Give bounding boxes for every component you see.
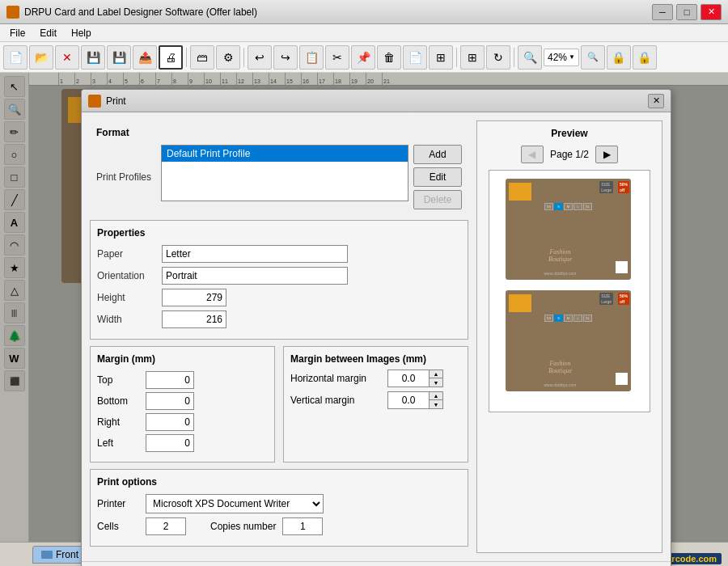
print-profiles-label: Print Profiles	[96, 171, 161, 183]
properties-label: Properties	[97, 227, 461, 239]
dialog-title: Print	[106, 95, 126, 107]
grid-button[interactable]: ⊞	[429, 45, 453, 70]
right-margin-row: Right	[97, 413, 268, 431]
bottom-margin-row: Bottom	[97, 392, 268, 410]
horizontal-margin-down[interactable]: ▼	[430, 378, 442, 386]
zoom-out-button[interactable]: 🔍	[518, 45, 542, 70]
export-button[interactable]: 📤	[133, 45, 157, 70]
copy-format-button[interactable]: 📋	[299, 45, 324, 70]
prev-page-button[interactable]: ◀	[521, 146, 544, 163]
dialog-close-button[interactable]: ✕	[648, 94, 664, 108]
horizontal-margin-row: Horizontal margin ▲ ▼	[290, 370, 461, 387]
copy-button[interactable]: 📄	[403, 45, 427, 70]
close-button[interactable]: ✕	[700, 4, 722, 20]
horizontal-margin-spinbox: ▲ ▼	[387, 370, 443, 387]
minimize-button[interactable]: ─	[652, 4, 673, 20]
bottom-margin-input[interactable]	[146, 392, 194, 410]
new-button[interactable]: 📄	[3, 45, 28, 70]
right-label: Right	[97, 416, 146, 428]
orientation-input[interactable]	[162, 267, 348, 285]
left-margin-row: Left	[97, 434, 268, 452]
top-margin-input[interactable]	[146, 371, 194, 389]
right-margin-input[interactable]	[146, 413, 194, 431]
printer-row: Printer Microsoft XPS Document Writer	[97, 494, 461, 513]
vertical-margin-input[interactable]	[388, 392, 429, 408]
width-input[interactable]	[162, 310, 226, 328]
print-options-section: Print options Printer Microsoft XPS Docu…	[90, 469, 468, 547]
close-file-button[interactable]: ✕	[55, 45, 79, 70]
paste-button[interactable]: 📌	[351, 45, 375, 70]
edit-profile-button[interactable]: Edit	[413, 167, 462, 187]
front-tab[interactable]: Front	[32, 546, 87, 564]
website-top: www.xbotbyz.com	[506, 271, 615, 276]
cells-label: Cells	[97, 521, 146, 532]
menu-file[interactable]: File	[3, 26, 32, 40]
preview-title: Preview	[484, 128, 655, 139]
vertical-margin-down[interactable]: ▼	[430, 400, 442, 408]
delete-profile-button[interactable]: Delete	[413, 190, 462, 209]
align-button[interactable]: ⊞	[460, 45, 485, 70]
add-profile-button[interactable]: Add	[413, 145, 462, 164]
preview-label-top: SIZELarge 50%off XS S M L XL FashionBout…	[506, 179, 631, 280]
redo-button[interactable]: ↪	[273, 45, 298, 70]
vertical-margin-label: Vertical margin	[290, 395, 387, 406]
paper-label: Paper	[97, 248, 162, 260]
maximize-button[interactable]: □	[676, 4, 697, 20]
orientation-label: Orientation	[97, 270, 162, 281]
dialog-footer: Print Preview Print Border Print Cancel	[82, 561, 671, 566]
printer-select[interactable]: Microsoft XPS Document Writer	[146, 494, 324, 513]
settings-button[interactable]: ⚙	[216, 45, 240, 70]
default-profile-item[interactable]: Default Print Profile	[162, 146, 408, 162]
save-button[interactable]: 💾	[81, 45, 105, 70]
copies-input[interactable]	[282, 517, 323, 535]
horizontal-margin-input[interactable]	[388, 370, 429, 386]
preview-section: Preview ◀ Page 1/2 ▶ SIZELarge 50%off	[476, 120, 662, 553]
margin-left-col: Margin (mm) Top Bottom Right	[90, 346, 275, 463]
profiles-list[interactable]: Default Print Profile	[161, 145, 408, 201]
toolbar: 📄 📂 ✕ 💾 💾 📤 🖨 🗃 ⚙ ↩ ↪ 📋 ✂ 📌 🗑 📄 ⊞ ⊞ ↻ 🔍 …	[0, 42, 728, 73]
margin-label: Margin (mm)	[97, 353, 268, 365]
menubar: File Edit Help	[0, 24, 728, 42]
rotate-button[interactable]: ↻	[486, 45, 510, 70]
db-button[interactable]: 🗃	[190, 45, 214, 70]
print-button[interactable]: 🖨	[159, 45, 183, 70]
undo-button[interactable]: ↩	[248, 45, 272, 70]
left-margin-input[interactable]	[146, 434, 194, 452]
save-as-button[interactable]: 💾	[107, 45, 131, 70]
qr-top	[616, 261, 628, 273]
profile-buttons: Add Edit Delete	[413, 145, 462, 209]
window-title: DRPU Card and Label Designer Software (O…	[24, 6, 257, 18]
lock2-button[interactable]: 🔒	[633, 45, 657, 70]
qr-bottom	[616, 373, 628, 385]
format-section: Format Print Profiles Default Print Prof…	[90, 120, 468, 220]
width-row: Width	[97, 310, 461, 328]
open-button[interactable]: 📂	[29, 45, 53, 70]
window-controls: ─ □ ✕	[652, 4, 722, 20]
next-page-button[interactable]: ▶	[595, 146, 618, 163]
zoom-in-button[interactable]: 🔍	[581, 45, 605, 70]
zoom-dropdown-icon[interactable]: ▼	[569, 53, 575, 61]
menu-edit[interactable]: Edit	[33, 26, 63, 40]
delete-button[interactable]: 🗑	[377, 45, 401, 70]
shirt-bottom	[509, 294, 531, 312]
size-top: SIZELarge	[599, 181, 613, 193]
vertical-margin-up[interactable]: ▲	[430, 392, 442, 400]
menu-help[interactable]: Help	[65, 26, 98, 40]
cut-button[interactable]: ✂	[325, 45, 349, 70]
left-label: Left	[97, 437, 146, 449]
off-top: 50%off	[618, 181, 629, 193]
modal-overlay: Print ✕ Format Print Profiles De	[0, 73, 728, 542]
sizes-bottom: XS S M L XL	[506, 315, 631, 322]
paper-input[interactable]	[162, 245, 348, 263]
vertical-margin-row: Vertical margin ▲ ▼	[290, 391, 461, 409]
vertical-margin-spinbox: ▲ ▼	[387, 391, 443, 409]
cells-input[interactable]	[146, 517, 186, 535]
height-input[interactable]	[162, 289, 226, 306]
cells-row: Cells Copies number	[97, 517, 461, 535]
height-row: Height	[97, 289, 461, 306]
brand-top: FashionBoutique	[506, 248, 615, 264]
horizontal-margin-up[interactable]: ▲	[430, 370, 442, 378]
preview-navigation: ◀ Page 1/2 ▶	[484, 146, 655, 163]
lock-button[interactable]: 🔒	[607, 45, 631, 70]
separator2	[243, 48, 244, 67]
